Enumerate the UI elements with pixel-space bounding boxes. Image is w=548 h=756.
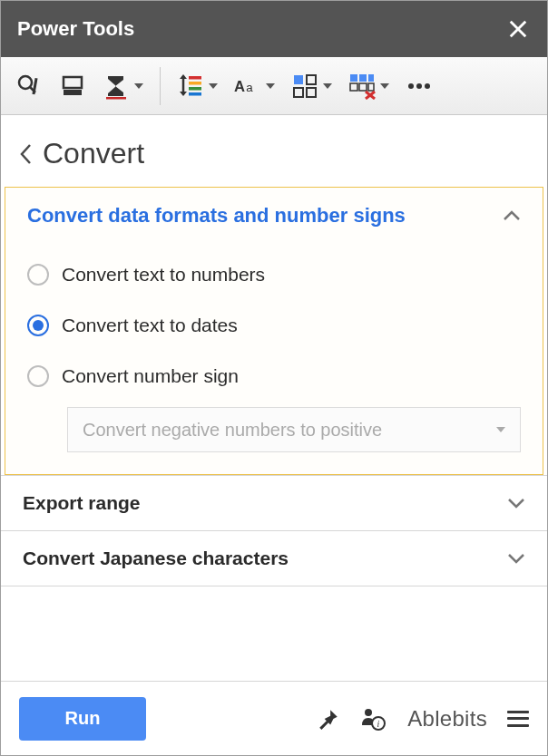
radio-text-to-dates[interactable]: Convert text to dates [27, 300, 521, 351]
svg-rect-14 [189, 92, 201, 96]
sigma-icon [103, 73, 130, 100]
svg-rect-7 [106, 97, 126, 100]
close-button[interactable] [505, 16, 531, 42]
section-title: Convert data formats and number signs [27, 204, 406, 228]
toolbar-split-button[interactable] [286, 65, 338, 107]
section-export-range: Export range [1, 475, 547, 530]
app-title: Power Tools [17, 17, 134, 41]
info-button[interactable]: i [357, 703, 387, 734]
brand-link[interactable]: Ablebits [407, 706, 487, 732]
toolbar-sort-button[interactable] [171, 65, 223, 107]
caret-down-icon [209, 83, 218, 89]
hamburger-line [507, 724, 529, 727]
sections: Convert data formats and number signs Co… [1, 187, 547, 681]
caret-down-icon [266, 83, 275, 89]
pin-icon [317, 707, 340, 731]
svg-text:i: i [377, 719, 380, 729]
toolbar-more-button[interactable] [400, 65, 438, 107]
svg-rect-21 [350, 74, 357, 82]
svg-rect-26 [368, 83, 374, 91]
caret-down-icon [323, 83, 332, 89]
close-icon [508, 19, 528, 39]
toolbar-find-replace-button[interactable] [10, 65, 48, 107]
section-convert-formats: Convert data formats and number signs Co… [5, 187, 543, 475]
section-title: Convert Japanese characters [23, 548, 289, 569]
toolbar: A a [1, 57, 547, 115]
footer: Run i Ablebits [1, 681, 547, 755]
radio-label: Convert text to numbers [62, 264, 265, 286]
hamburger-line [507, 717, 529, 720]
svg-marker-9 [180, 74, 187, 79]
sort-icon [177, 73, 204, 100]
hamburger-line [507, 711, 529, 713]
section-header-japanese[interactable]: Convert Japanese characters [1, 531, 547, 586]
toolbar-divider [160, 67, 161, 105]
breadcrumb: Convert [1, 115, 547, 187]
person-info-icon: i [358, 705, 386, 732]
radio-label: Convert number sign [62, 365, 239, 387]
toolbar-sigma-button[interactable] [97, 65, 149, 107]
back-button[interactable] [19, 143, 32, 165]
section-japanese: Convert Japanese characters [1, 530, 547, 586]
split-cells-icon [291, 73, 318, 100]
svg-rect-5 [64, 77, 82, 88]
svg-rect-22 [359, 74, 367, 82]
dropdown-value: Convert negative numbers to positive [83, 420, 382, 441]
magnifier-edit-icon [15, 73, 43, 100]
svg-point-32 [365, 709, 372, 716]
svg-rect-6 [64, 90, 82, 95]
svg-rect-13 [189, 87, 201, 91]
radio-label: Convert text to dates [62, 315, 238, 336]
svg-point-29 [408, 83, 414, 89]
caret-down-icon [496, 427, 505, 432]
chevron-down-icon [507, 497, 525, 509]
menu-button[interactable] [507, 711, 529, 727]
title-bar: Power Tools [1, 1, 547, 57]
caret-down-icon [380, 83, 389, 89]
radio-icon [27, 315, 49, 336]
svg-rect-17 [294, 75, 303, 84]
run-button[interactable]: Run [19, 697, 146, 741]
chevron-up-icon [503, 209, 521, 222]
svg-rect-4 [32, 77, 37, 93]
svg-rect-12 [189, 82, 201, 85]
fill-icon [59, 73, 86, 100]
table-remove-icon [348, 73, 376, 100]
svg-point-31 [425, 83, 430, 89]
section-title: Export range [23, 492, 141, 514]
toolbar-fill-button[interactable] [54, 65, 92, 107]
caret-down-icon [134, 83, 143, 89]
svg-text:a: a [246, 80, 253, 93]
svg-rect-24 [350, 83, 357, 91]
svg-rect-20 [307, 88, 316, 97]
radio-text-to-numbers[interactable]: Convert text to numbers [27, 249, 521, 300]
svg-rect-11 [189, 76, 201, 80]
svg-rect-25 [359, 83, 367, 91]
section-header-export-range[interactable]: Export range [1, 476, 547, 530]
section-body: Convert text to numbers Convert text to … [5, 244, 543, 474]
page-title: Convert [43, 137, 144, 170]
radio-icon [27, 264, 49, 286]
svg-text:A: A [234, 77, 245, 94]
text-case-icon: A a [234, 73, 261, 100]
radio-icon [27, 365, 49, 387]
more-icon [406, 73, 433, 100]
svg-point-30 [416, 83, 422, 89]
toolbar-text-case-button[interactable]: A a [229, 65, 280, 107]
svg-point-2 [19, 76, 32, 89]
radio-number-sign[interactable]: Convert number sign [27, 351, 521, 402]
section-header-convert-formats[interactable]: Convert data formats and number signs [5, 188, 543, 244]
svg-rect-23 [368, 74, 374, 82]
toolbar-remove-table-button[interactable] [343, 65, 395, 107]
number-sign-dropdown: Convert negative numbers to positive [67, 407, 521, 452]
chevron-down-icon [507, 552, 525, 565]
svg-rect-19 [294, 88, 303, 97]
svg-rect-18 [307, 75, 316, 84]
pin-button[interactable] [313, 703, 344, 734]
svg-marker-10 [180, 92, 187, 96]
